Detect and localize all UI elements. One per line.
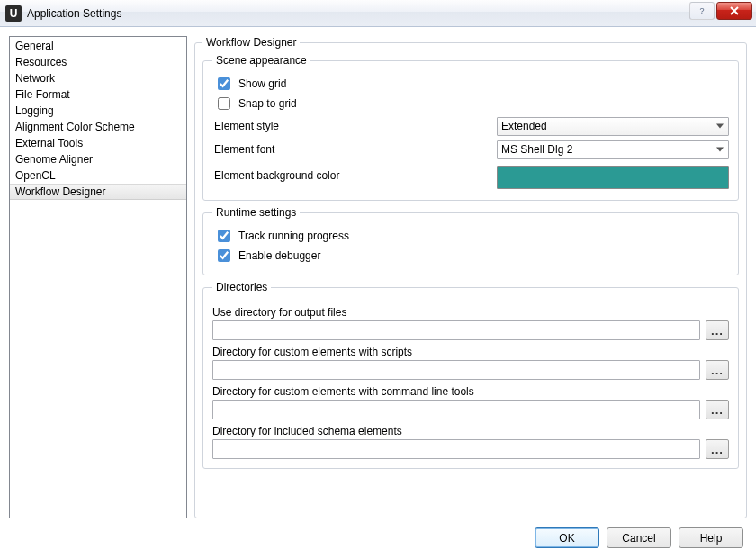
category-item[interactable]: Resources (10, 54, 186, 70)
category-item[interactable]: Network (10, 70, 186, 86)
label-bg-color: Element background color (212, 162, 497, 182)
help-icon: ? (697, 5, 707, 16)
titlebar-close-button[interactable] (716, 2, 752, 20)
input-dir-output[interactable] (212, 320, 700, 340)
category-item[interactable]: File Format (10, 86, 186, 103)
checkbox-show-grid[interactable]: Show grid (212, 74, 729, 94)
close-icon (730, 6, 739, 15)
category-list[interactable]: GeneralResourcesNetworkFile FormatLoggin… (9, 36, 187, 518)
color-swatch-element-bg[interactable] (497, 166, 729, 189)
input-dir-schema[interactable] (212, 439, 700, 459)
input-dir-scripts[interactable] (212, 360, 700, 380)
checkbox-snap-grid-input[interactable] (218, 97, 230, 110)
cancel-button[interactable]: Cancel (607, 527, 671, 548)
category-item[interactable]: External Tools (10, 135, 186, 151)
label-element-style: Element style (212, 120, 497, 132)
select-element-font[interactable]: MS Shell Dlg 2 (497, 140, 729, 159)
checkbox-enable-debugger[interactable]: Enable debugger (212, 246, 729, 266)
checkbox-snap-grid-label: Snap to grid (238, 97, 297, 110)
titlebar-help-button[interactable]: ? (689, 2, 715, 20)
group-scene-appearance: Scene appearance Show grid Snap to grid … (202, 54, 739, 201)
category-item[interactable]: Logging (10, 103, 186, 119)
browse-dir-output[interactable]: ... (706, 320, 729, 340)
window-title: Application Settings (27, 7, 122, 20)
help-button[interactable]: Help (679, 527, 743, 548)
label-dir-scripts: Directory for custom elements with scrip… (212, 346, 729, 358)
checkbox-snap-grid[interactable]: Snap to grid (212, 94, 729, 113)
group-runtime: Runtime settings Track running progress … (202, 206, 739, 275)
group-scene-legend: Scene appearance (212, 54, 310, 67)
browse-dir-schema[interactable]: ... (706, 439, 729, 459)
checkbox-show-grid-input[interactable] (218, 77, 230, 90)
checkbox-enable-debugger-label: Enable debugger (238, 249, 320, 262)
label-dir-schema: Directory for included schema elements (212, 425, 729, 437)
panel-workflow-designer: Workflow Designer Scene appearance Show … (194, 36, 747, 518)
group-runtime-legend: Runtime settings (212, 206, 300, 219)
ok-button[interactable]: OK (535, 527, 599, 548)
dialog-button-bar: OK Cancel Help (9, 518, 747, 550)
svg-text:?: ? (699, 6, 704, 15)
group-directories-legend: Directories (212, 281, 271, 293)
group-directories: Directories Use directory for output fil… (202, 281, 739, 469)
app-icon: U (5, 5, 22, 22)
label-dir-cli: Directory for custom elements with comma… (212, 385, 729, 398)
browse-dir-scripts[interactable]: ... (706, 360, 729, 380)
checkbox-show-grid-label: Show grid (238, 77, 286, 90)
checkbox-track-progress-input[interactable] (218, 230, 230, 242)
titlebar: U Application Settings ? (0, 0, 756, 27)
category-item[interactable]: General (10, 38, 186, 54)
browse-dir-cli[interactable]: ... (706, 400, 729, 419)
checkbox-track-progress[interactable]: Track running progress (212, 226, 729, 246)
checkbox-track-progress-label: Track running progress (238, 230, 349, 242)
panel-title: Workflow Designer (202, 36, 300, 49)
label-element-font: Element font (212, 143, 497, 156)
label-dir-output: Use directory for output files (212, 306, 729, 319)
checkbox-enable-debugger-input[interactable] (218, 249, 230, 262)
category-item[interactable]: OpenCL (10, 167, 186, 184)
input-dir-cli[interactable] (212, 400, 700, 419)
category-item[interactable]: Genome Aligner (10, 151, 186, 167)
select-element-style[interactable]: Extended (497, 117, 729, 136)
category-item[interactable]: Workflow Designer (10, 184, 186, 200)
category-item[interactable]: Alignment Color Scheme (10, 119, 186, 135)
